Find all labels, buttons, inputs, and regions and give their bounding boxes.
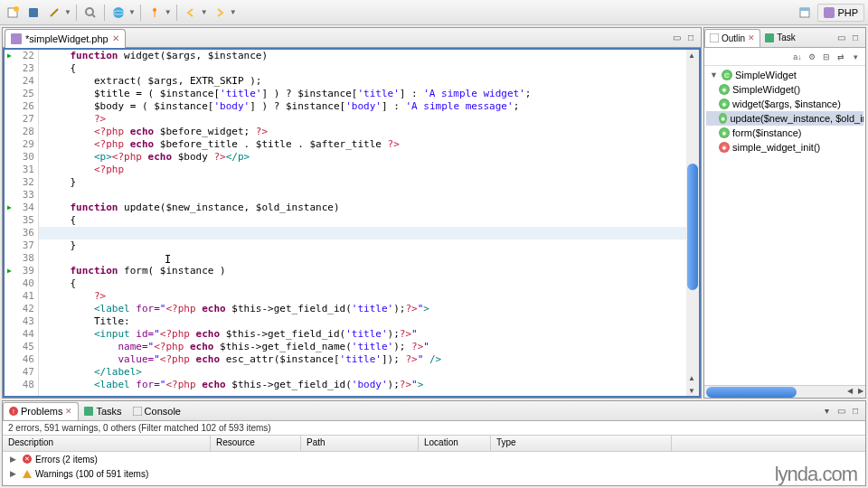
task-icon — [765, 33, 774, 42]
column-header[interactable]: Location — [419, 436, 491, 451]
func-icon: ● — [719, 142, 730, 153]
scroll-down-icon[interactable]: ▲ — [686, 372, 697, 383]
tree-node-method[interactable]: ●update($new_instance, $old_instance) — [706, 111, 863, 126]
code-line[interactable]: <input id="<?php echo $this->get_field_i… — [39, 328, 686, 341]
tab-tasks[interactable]: Task — [760, 29, 800, 47]
code-line[interactable]: ?> — [39, 290, 686, 303]
horizontal-scrollbar[interactable]: ◀ ▶ — [704, 385, 865, 398]
nav-fwd-icon[interactable] — [211, 4, 229, 22]
scroll-right-icon[interactable]: ▶ — [858, 387, 863, 395]
scroll-left-icon[interactable]: ◀ — [847, 387, 853, 395]
code-line[interactable]: <?php echo $before_widget; ?> — [39, 126, 686, 138]
code-line[interactable]: <label for="<?php echo $this->get_field_… — [39, 379, 686, 391]
code-line[interactable]: { — [39, 62, 686, 75]
filter-icon[interactable]: ⚙ — [806, 51, 818, 63]
problems-row[interactable]: ▶Warnings (100 of 591 items) — [3, 466, 865, 481]
dropdown-arrow-icon[interactable]: ▼ — [165, 8, 172, 16]
tree-node-method[interactable]: ●widget($args, $instance) — [706, 97, 863, 111]
code-area[interactable]: function widget($args, $instance) { extr… — [39, 50, 686, 396]
code-line[interactable]: { — [39, 214, 686, 227]
perspective-button[interactable]: PHP — [817, 4, 864, 22]
maximize-icon[interactable]: □ — [849, 32, 862, 44]
wand-icon[interactable] — [45, 4, 63, 22]
menu-icon[interactable]: ▾ — [849, 51, 862, 63]
dropdown-arrow-icon[interactable]: ▼ — [230, 8, 237, 16]
code-line[interactable] — [39, 252, 686, 265]
column-header[interactable]: Type — [491, 436, 672, 451]
editor-body[interactable]: 22▶⊟232425262728293031323334▶⊟3536373839… — [3, 48, 701, 398]
code-line[interactable] — [39, 189, 686, 202]
dropdown-arrow-icon[interactable]: ▼ — [128, 8, 136, 16]
save-icon[interactable] — [24, 4, 42, 22]
method-icon: ● — [719, 127, 730, 138]
code-line[interactable]: <label for="<?php echo $this->get_field_… — [39, 303, 686, 315]
tree-node-method[interactable]: ●simple_widget_init() — [706, 140, 863, 155]
vertical-scrollbar[interactable]: ▲ ▲ ▼ — [686, 50, 699, 396]
tab-tasks[interactable]: Tasks — [79, 402, 127, 420]
maximize-icon[interactable]: □ — [849, 405, 862, 418]
minimize-icon[interactable]: ▭ — [670, 32, 683, 44]
error-icon: ! — [9, 407, 18, 416]
code-line[interactable]: extract( $args, EXTR_SKIP ); — [39, 75, 686, 88]
code-line[interactable]: { — [39, 277, 686, 290]
problems-row[interactable]: ▶✕Errors (2 items) — [3, 452, 865, 466]
dropdown-arrow-icon[interactable]: ▼ — [201, 8, 208, 16]
code-line[interactable] — [39, 227, 686, 239]
code-line[interactable]: <?php echo $before_title . $title . $aft… — [39, 138, 686, 151]
sort-icon[interactable]: a↓ — [791, 51, 804, 63]
column-header[interactable]: Path — [301, 436, 419, 451]
svg-point-4 — [86, 8, 93, 15]
code-line[interactable]: <?php — [39, 164, 686, 176]
code-line[interactable]: function widget($args, $instance) — [39, 50, 686, 62]
collapse-icon[interactable]: ⊟ — [820, 51, 833, 63]
code-line[interactable]: Title: — [39, 315, 686, 328]
code-line[interactable]: function form( $instance ) — [39, 265, 686, 277]
tree-node-method[interactable]: ●SimpleWidget() — [706, 82, 863, 97]
tree-node-method[interactable]: ●form($instance) — [706, 126, 863, 140]
scroll-thumb[interactable] — [706, 387, 797, 398]
tree-node-class[interactable]: ▼ C SimpleWidget — [706, 68, 863, 82]
code-line[interactable]: } — [39, 176, 686, 189]
php-icon — [824, 7, 835, 18]
php-file-icon — [11, 33, 22, 44]
problems-summary: 2 errors, 591 warnings, 0 others (Filter… — [3, 421, 865, 436]
code-line[interactable]: <p><?php echo $body ?></p> — [39, 151, 686, 164]
close-icon[interactable]: ✕ — [748, 33, 755, 42]
column-header[interactable]: Resource — [211, 436, 301, 451]
tab-console[interactable]: Console — [127, 402, 186, 420]
code-line[interactable]: function update($new_instance, $old_inst… — [39, 202, 686, 214]
open-perspective-icon[interactable] — [796, 4, 814, 22]
expand-icon[interactable]: ▶ — [10, 455, 19, 464]
minimize-icon[interactable]: ▭ — [835, 405, 847, 418]
tab-outline[interactable]: Outlin ✕ — [704, 29, 760, 47]
file-tab[interactable]: *simpleWidget.php ✕ — [5, 29, 126, 48]
expand-icon[interactable]: ▶ — [10, 469, 19, 478]
link-icon[interactable]: ⇄ — [835, 51, 847, 63]
code-line[interactable]: $title = ( $instance['title'] ) ? $insta… — [39, 88, 686, 100]
code-line[interactable]: value="<?php echo esc_attr($instance['ti… — [39, 353, 686, 366]
search-icon[interactable] — [81, 4, 99, 22]
view-menu-icon[interactable]: ▾ — [820, 405, 833, 418]
minimize-icon[interactable]: ▭ — [835, 32, 847, 44]
column-header[interactable]: Description — [3, 436, 211, 451]
scroll-up-icon[interactable]: ▲ — [686, 50, 697, 61]
maximize-icon[interactable]: □ — [684, 32, 697, 44]
scroll-down-icon[interactable]: ▼ — [686, 385, 697, 396]
browser-icon[interactable] — [109, 4, 127, 22]
svg-rect-16 — [84, 407, 93, 416]
scroll-thumb[interactable] — [687, 164, 698, 290]
code-line[interactable]: ?> — [39, 113, 686, 126]
new-icon[interactable] — [4, 4, 22, 22]
close-icon[interactable]: ✕ — [65, 407, 72, 416]
code-line[interactable]: } — [39, 239, 686, 252]
tab-problems[interactable]: ! Problems ✕ — [3, 402, 79, 420]
pin-icon[interactable] — [146, 4, 164, 22]
svg-rect-15 — [765, 33, 774, 42]
code-line[interactable]: $body = ( $instance['body'] ) ? $instanc… — [39, 100, 686, 113]
nav-back-icon[interactable] — [182, 4, 200, 22]
expand-icon[interactable]: ▼ — [710, 70, 719, 80]
code-line[interactable]: name="<?php echo $this->get_field_name('… — [39, 341, 686, 353]
code-line[interactable]: </label> — [39, 366, 686, 379]
close-icon[interactable]: ✕ — [112, 33, 119, 43]
dropdown-arrow-icon[interactable]: ▼ — [64, 8, 71, 16]
